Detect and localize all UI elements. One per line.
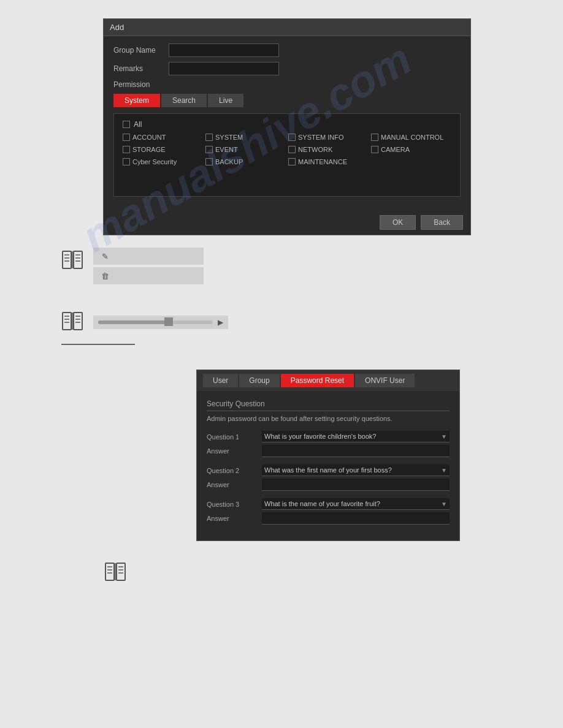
question-3-select-wrapper: What is your favorite children's book? W… <box>262 498 450 510</box>
group-name-label: Group Name <box>113 46 169 55</box>
perm-camera: CAMERA <box>371 146 451 153</box>
ok-button[interactable]: OK <box>380 215 416 230</box>
camera-checkbox[interactable] <box>371 146 378 153</box>
perm-event: EVENT <box>205 146 286 153</box>
network-checkbox[interactable] <box>288 146 296 153</box>
book-icon-2 <box>61 311 83 335</box>
perm-system: SYSTEM <box>205 134 286 141</box>
system-info-checkbox[interactable] <box>288 134 296 141</box>
question-3-row: Question 3 What is your favorite childre… <box>207 498 450 510</box>
add-dialog: Add Group Name Remarks Permission System… <box>103 18 471 235</box>
page-container: manualshive.com Add Group Name Remarks P… <box>0 0 563 728</box>
back-button[interactable]: Back <box>421 215 463 230</box>
event-checkbox[interactable] <box>205 146 213 153</box>
perm-backup: BACKUP <box>205 158 286 165</box>
storage-checkbox[interactable] <box>123 146 130 153</box>
system-label: SYSTEM <box>215 134 243 141</box>
tab-system[interactable]: System <box>113 94 160 107</box>
edit-delete-section: ✎ 🗑 <box>61 248 563 284</box>
camera-label: CAMERA <box>381 146 410 153</box>
svg-rect-1 <box>74 251 82 268</box>
slider-section-wrapper: ▶ <box>61 309 563 345</box>
tab-onvif-user[interactable]: ONVIF User <box>355 374 415 387</box>
system-checkbox[interactable] <box>205 134 213 141</box>
backup-checkbox[interactable] <box>205 158 213 165</box>
question-1-select-wrapper: What is your favorite children's book? W… <box>262 431 450 442</box>
all-checkbox[interactable] <box>123 121 130 128</box>
all-label: All <box>134 120 142 129</box>
delete-icon: 🗑 <box>98 269 112 282</box>
svg-rect-0 <box>63 251 71 268</box>
question-2-select[interactable]: What is your favorite children's book? W… <box>262 464 450 476</box>
question-2-row: Question 2 What is your favorite childre… <box>207 464 450 476</box>
backup-label: BACKUP <box>215 158 243 165</box>
edit-icon: ✎ <box>98 249 112 263</box>
manual-control-checkbox[interactable] <box>371 134 378 141</box>
svg-rect-19 <box>117 563 125 580</box>
perm-grid: ACCOUNT SYSTEM SYSTEM INFO MANUAL CONTRO… <box>123 134 451 165</box>
remarks-label: Remarks <box>113 64 169 73</box>
account-label: ACCOUNT <box>132 134 166 141</box>
question-1-row: Question 1 What is your favorite childre… <box>207 431 450 442</box>
question-2-select-wrapper: What is your favorite children's book? W… <box>262 464 450 476</box>
answer-3-row: Answer <box>207 512 450 525</box>
slider-fill <box>98 320 167 324</box>
tab-user[interactable]: User <box>203 374 238 387</box>
question-3-select[interactable]: What is your favorite children's book? W… <box>262 498 450 510</box>
list-item-edit[interactable]: ✎ <box>93 248 204 265</box>
perm-cyber-security: Cyber Security <box>123 158 203 165</box>
bottom-tabs-row: User Group Password Reset ONVIF User <box>197 370 459 391</box>
perm-maintenance: MAINTENANCE <box>288 158 369 165</box>
tab-password-reset[interactable]: Password Reset <box>281 374 354 387</box>
remarks-row: Remarks <box>113 62 461 75</box>
book-icon-3 <box>104 562 126 586</box>
perm-empty <box>371 158 451 165</box>
perm-account: ACCOUNT <box>123 134 203 141</box>
book-icon-1 <box>61 250 83 274</box>
list-items: ✎ 🗑 <box>93 248 204 284</box>
tab-search[interactable]: Search <box>161 94 207 107</box>
slider-thumb[interactable] <box>164 317 173 326</box>
slider-track[interactable] <box>98 320 213 324</box>
network-label: NETWORK <box>298 146 332 153</box>
remarks-input[interactable] <box>169 62 279 75</box>
svg-rect-18 <box>105 563 114 580</box>
cyber-security-checkbox[interactable] <box>123 158 130 165</box>
event-label: EVENT <box>215 146 238 153</box>
perm-manual-control: MANUAL CONTROL <box>371 134 451 141</box>
question-1-select[interactable]: What is your favorite children's book? W… <box>262 431 450 442</box>
dialog-body: Group Name Remarks Permission System Sea… <box>104 36 470 210</box>
maintenance-checkbox[interactable] <box>288 158 296 165</box>
perm-storage: STORAGE <box>123 146 203 153</box>
security-section-title: Security Question <box>207 400 450 411</box>
list-item-delete[interactable]: 🗑 <box>93 267 204 284</box>
tab-group[interactable]: Group <box>239 374 279 387</box>
password-reset-dialog: User Group Password Reset ONVIF User Sec… <box>196 370 460 541</box>
system-info-label: SYSTEM INFO <box>298 134 344 141</box>
storage-label: STORAGE <box>132 146 166 153</box>
slider-arrow-right[interactable]: ▶ <box>218 318 223 327</box>
answer-1-row: Answer <box>207 445 450 457</box>
manual-control-label: MANUAL CONTROL <box>381 134 443 141</box>
answer-2-input[interactable] <box>262 479 450 491</box>
svg-rect-10 <box>74 313 82 330</box>
answer-2-label: Answer <box>207 481 256 488</box>
dialog-title: Add <box>104 19 470 36</box>
permission-box: All ACCOUNT SYSTEM SYSTEM INFO <box>113 113 461 197</box>
perm-all-row: All <box>123 120 451 129</box>
answer-1-input[interactable] <box>262 445 450 457</box>
answer-3-input[interactable] <box>262 512 450 525</box>
svg-rect-9 <box>63 313 71 330</box>
answer-2-row: Answer <box>207 479 450 491</box>
maintenance-label: MAINTENANCE <box>298 158 347 165</box>
group-name-input[interactable] <box>169 44 279 57</box>
tab-live[interactable]: Live <box>208 94 243 107</box>
account-checkbox[interactable] <box>123 134 130 141</box>
perm-network: NETWORK <box>288 146 369 153</box>
tabs-row: System Search Live <box>113 94 461 107</box>
group-name-row: Group Name <box>113 44 461 57</box>
permission-label: Permission <box>113 80 461 89</box>
perm-system-info: SYSTEM INFO <box>288 134 369 141</box>
bottom-dialog-body: Security Question Admin password can be … <box>197 391 459 540</box>
dialog-footer: OK Back <box>104 210 470 235</box>
